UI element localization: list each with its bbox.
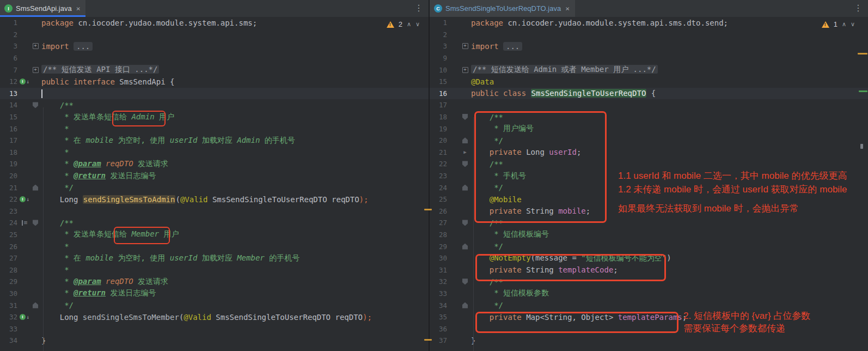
line-number[interactable]: 18 — [0, 148, 17, 156]
code-text[interactable]: * 手机号 — [469, 171, 526, 181]
code-text[interactable]: public class SmsSendSingleToUserReqDTO { — [469, 89, 656, 98]
code-line[interactable]: 19 * 用户编号 — [430, 123, 868, 135]
code-line[interactable]: 26 * — [0, 240, 429, 252]
code-text[interactable]: */ — [39, 183, 74, 192]
fold-collapse-icon[interactable] — [462, 279, 468, 285]
stripe-highlight-mark[interactable] — [859, 90, 867, 92]
gutter-triangle-icon[interactable]: ▶ — [463, 149, 466, 155]
fold-end-icon[interactable] — [33, 302, 38, 308]
line-number[interactable]: 34 — [430, 301, 447, 310]
inspections-widget-right[interactable]: ! 1 ∧ ∨ — [822, 20, 855, 28]
code-line[interactable]: 14 /** — [0, 99, 429, 111]
stripe-caret-mark[interactable] — [860, 144, 863, 149]
fold-collapse-icon[interactable] — [33, 102, 38, 108]
code-line[interactable]: 16 * — [0, 123, 429, 135]
code-line[interactable]: 1package cn.iocoder.yudao.module.system.… — [0, 17, 429, 29]
code-line[interactable]: 30 * @return 发送日志编号 — [0, 288, 429, 300]
line-number[interactable]: 19 — [430, 125, 447, 133]
code-text[interactable]: * 短信模板参数 — [469, 288, 549, 298]
code-text[interactable]: @NotEmpty(message = "短信模板编号不能为空") — [469, 253, 671, 263]
line-number[interactable]: 34 — [0, 336, 17, 344]
code-text[interactable]: * 发送单条短信给 Member 用户 — [39, 229, 179, 239]
editor-left[interactable]: 1package cn.iocoder.yudao.module.system.… — [0, 17, 429, 351]
code-line[interactable]: 18 /** — [430, 111, 868, 123]
stripe-warning-mark[interactable] — [424, 339, 432, 341]
code-text[interactable]: /** — [39, 219, 74, 227]
line-number[interactable]: 27 — [0, 254, 17, 262]
implemented-gutter-icon[interactable]: I — [20, 196, 26, 202]
line-number[interactable]: 20 — [0, 172, 17, 180]
line-number[interactable]: 22 — [430, 160, 447, 168]
prev-warning-chevron-icon[interactable]: ∧ — [407, 21, 411, 28]
line-number[interactable]: 15 — [0, 113, 17, 121]
code-text[interactable]: /** — [469, 113, 503, 122]
code-text[interactable]: /** — [469, 160, 503, 168]
code-line[interactable]: 18 * — [0, 147, 429, 159]
fold-collapse-icon[interactable] — [462, 114, 468, 120]
line-number[interactable]: 7 — [0, 66, 17, 74]
line-number[interactable]: 17 — [0, 136, 17, 144]
code-text[interactable]: import ... — [469, 42, 522, 51]
code-text[interactable]: * @return 发送日志编号 — [39, 171, 156, 181]
line-number[interactable]: 22 — [0, 195, 17, 203]
code-text[interactable]: * 用户编号 — [469, 124, 534, 134]
fold-collapse-icon[interactable] — [462, 161, 468, 167]
code-text[interactable]: @Mobile — [469, 195, 522, 204]
code-line[interactable]: 3+import ... — [0, 40, 429, 52]
line-number[interactable]: 24 — [430, 184, 447, 192]
code-text[interactable]: /** — [469, 219, 503, 227]
code-line[interactable]: 34} — [0, 335, 429, 347]
code-line[interactable]: 1package cn.iocoder.yudao.module.system.… — [430, 17, 868, 29]
code-line[interactable]: 31 private String templateCode; — [430, 264, 868, 276]
fold-expand-icon[interactable]: + — [462, 43, 468, 49]
code-text[interactable]: * 在 mobile 为空时, 使用 userId 加载对应 Admin 的手机… — [39, 136, 295, 146]
code-line[interactable]: 20 * @return 发送日志编号 — [0, 170, 429, 182]
line-number[interactable]: 2 — [430, 31, 447, 39]
code-text[interactable]: */ — [469, 301, 503, 310]
code-line[interactable]: 17 * 在 mobile 为空时, 使用 userId 加载对应 Admin … — [0, 135, 429, 147]
code-text[interactable]: * — [39, 265, 69, 274]
code-line[interactable]: 32I↓ Long sendSingleSmsToMember(@Valid S… — [0, 311, 429, 323]
code-line[interactable]: 36 — [430, 323, 868, 335]
line-number[interactable]: 28 — [0, 266, 17, 274]
code-line[interactable]: 22I↓ Long sendSingleSmsToAdmin(@Valid Sm… — [0, 193, 429, 205]
prev-warning-chevron-icon[interactable]: ∧ — [842, 21, 846, 28]
line-number[interactable]: 25 — [430, 195, 447, 203]
code-text[interactable]: * — [39, 242, 69, 251]
code-line[interactable]: 16public class SmsSendSingleToUserReqDTO… — [430, 88, 868, 100]
fold-end-icon[interactable] — [33, 185, 38, 191]
inspections-widget-left[interactable]: ! 2 ∧ ∨ — [387, 20, 420, 28]
next-warning-chevron-icon[interactable]: ∨ — [415, 21, 420, 28]
code-line[interactable]: 27 /** — [430, 217, 868, 229]
fold-end-icon[interactable] — [462, 137, 468, 143]
line-number[interactable]: 1 — [430, 19, 447, 27]
code-text[interactable]: /** — [39, 101, 74, 110]
line-number[interactable]: 19 — [0, 160, 17, 168]
close-icon[interactable]: × — [565, 4, 570, 13]
fold-end-icon[interactable] — [462, 185, 468, 191]
code-line[interactable]: 27 * 在 mobile 为空时, 使用 userId 加载对应 Member… — [0, 252, 429, 264]
line-number[interactable]: 16 — [430, 89, 447, 98]
code-line[interactable]: 33 * 短信模板参数 — [430, 288, 868, 300]
fold-collapse-icon[interactable] — [33, 220, 38, 226]
line-number[interactable]: 29 — [0, 277, 17, 286]
line-number[interactable]: 2 — [0, 31, 17, 39]
line-number[interactable]: 29 — [430, 243, 447, 251]
code-line[interactable]: 9 — [430, 52, 868, 64]
tab-smssendapi[interactable]: I SmsSendApi.java × — [0, 0, 85, 17]
line-number[interactable]: 18 — [430, 113, 447, 121]
code-text[interactable]: * 发送单条短信给 Admin 用户 — [39, 112, 174, 122]
line-number[interactable]: 33 — [430, 289, 447, 298]
code-line[interactable]: 21▶ private Long userId; — [430, 147, 868, 159]
code-text[interactable] — [39, 89, 42, 98]
line-number[interactable]: 26 — [430, 207, 447, 215]
code-line[interactable]: 33 — [0, 323, 429, 335]
code-text[interactable]: * — [39, 124, 69, 133]
line-number[interactable]: 31 — [430, 266, 447, 274]
code-line[interactable]: 17 — [430, 99, 868, 111]
line-number[interactable]: 3 — [0, 42, 17, 50]
line-number[interactable]: 20 — [430, 136, 447, 144]
line-number[interactable]: 24 — [0, 219, 17, 227]
code-line[interactable]: 24≡ /** — [0, 217, 429, 229]
code-line[interactable]: 21 */ — [0, 181, 429, 193]
